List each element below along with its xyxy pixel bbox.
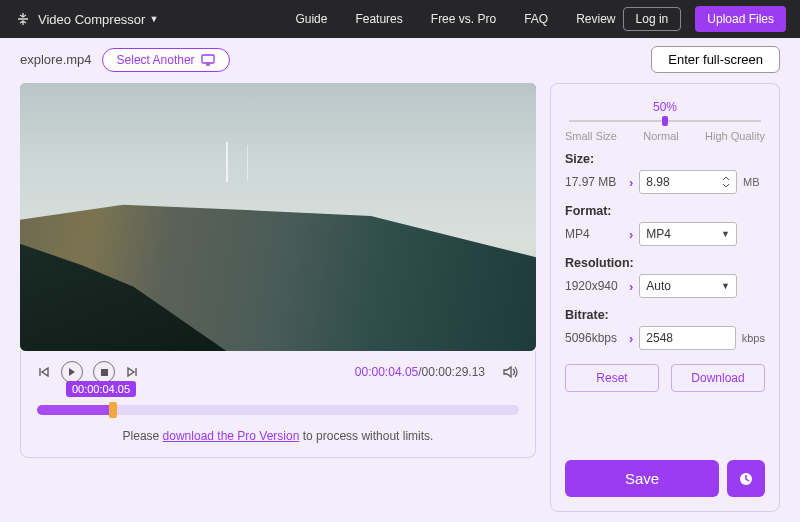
resolution-select[interactable]: Auto ▼ bbox=[639, 274, 737, 298]
login-button[interactable]: Log in bbox=[623, 7, 682, 31]
select-another-label: Select Another bbox=[117, 53, 195, 67]
caret-down-icon: ▼ bbox=[721, 281, 730, 291]
compress-icon bbox=[14, 10, 32, 28]
bitrate-input[interactable]: 2548 bbox=[639, 326, 735, 350]
format-target-value: MP4 bbox=[646, 227, 671, 241]
label-high: High Quality bbox=[705, 130, 765, 142]
arrow-right-icon: › bbox=[629, 331, 633, 346]
size-row: Size: 17.97 MB › 8.98 MB bbox=[565, 152, 765, 194]
settings-panel: 50% Small Size Normal High Quality Size:… bbox=[550, 83, 780, 512]
fullscreen-button[interactable]: Enter full-screen bbox=[651, 46, 780, 73]
quality-slider-labels: Small Size Normal High Quality bbox=[565, 130, 765, 142]
nav-links: Guide Features Free vs. Pro FAQ Review bbox=[165, 12, 615, 26]
nav-free-vs-pro[interactable]: Free vs. Pro bbox=[431, 12, 496, 26]
bitrate-label: Bitrate: bbox=[565, 308, 765, 322]
video-preview[interactable] bbox=[20, 83, 536, 351]
action-row: Reset Download bbox=[565, 364, 765, 392]
resolution-label: Resolution: bbox=[565, 256, 765, 270]
quality-slider-wrap: 50% Small Size Normal High Quality bbox=[565, 100, 765, 142]
body: 00:00:04.05/00:00:29.13 00:00:04.05 Plea… bbox=[0, 79, 800, 522]
seek-fill bbox=[37, 405, 114, 415]
nav-review[interactable]: Review bbox=[576, 12, 615, 26]
stepper-icon bbox=[722, 175, 730, 189]
arrow-right-icon: › bbox=[629, 175, 633, 190]
size-target-input[interactable]: 8.98 bbox=[639, 170, 737, 194]
player-controls: 00:00:04.05/00:00:29.13 00:00:04.05 Plea… bbox=[20, 351, 536, 458]
caret-down-icon: ▼ bbox=[149, 14, 158, 24]
brand-title[interactable]: Video Compressor ▼ bbox=[38, 12, 158, 27]
schedule-button[interactable] bbox=[727, 460, 765, 497]
format-select[interactable]: MP4 ▼ bbox=[639, 222, 737, 246]
brand-label: Video Compressor bbox=[38, 12, 145, 27]
size-label: Size: bbox=[565, 152, 765, 166]
skip-forward-button[interactable] bbox=[125, 365, 139, 379]
upload-files-button[interactable]: Upload Files bbox=[695, 6, 786, 32]
nav-features[interactable]: Features bbox=[355, 12, 402, 26]
svg-rect-0 bbox=[202, 55, 214, 63]
left-panel: 00:00:04.05/00:00:29.13 00:00:04.05 Plea… bbox=[20, 83, 536, 512]
reset-button[interactable]: Reset bbox=[565, 364, 659, 392]
play-button[interactable] bbox=[61, 361, 83, 383]
filename-label: explore.mp4 bbox=[20, 52, 92, 67]
label-normal: Normal bbox=[643, 130, 678, 142]
save-row: Save bbox=[565, 460, 765, 497]
nav-guide[interactable]: Guide bbox=[295, 12, 327, 26]
quality-slider-value: 50% bbox=[565, 100, 765, 114]
select-another-button[interactable]: Select Another bbox=[102, 48, 230, 72]
label-small: Small Size bbox=[565, 130, 617, 142]
seek-thumb[interactable] bbox=[109, 402, 117, 418]
nav-faq[interactable]: FAQ bbox=[524, 12, 548, 26]
resolution-target-value: Auto bbox=[646, 279, 671, 293]
arrow-right-icon: › bbox=[629, 227, 633, 242]
resolution-row: Resolution: 1920x940 › Auto ▼ bbox=[565, 256, 765, 298]
quality-slider-thumb[interactable] bbox=[662, 116, 668, 126]
resolution-current: 1920x940 bbox=[565, 279, 623, 293]
caret-down-icon: ▼ bbox=[721, 229, 730, 239]
skip-back-button[interactable] bbox=[37, 365, 51, 379]
format-row: Format: MP4 › MP4 ▼ bbox=[565, 204, 765, 246]
monitor-icon bbox=[201, 54, 215, 66]
stop-button[interactable] bbox=[93, 361, 115, 383]
video-waterfall2 bbox=[247, 145, 248, 180]
current-time: 00:00:04.05 bbox=[355, 365, 418, 379]
format-label: Format: bbox=[565, 204, 765, 218]
pro-version-link[interactable]: download the Pro Version bbox=[163, 429, 300, 443]
top-bar: Video Compressor ▼ Guide Features Free v… bbox=[0, 0, 800, 38]
limit-notice: Please download the Pro Version to proce… bbox=[37, 429, 519, 443]
playback-row: 00:00:04.05/00:00:29.13 bbox=[37, 361, 519, 383]
format-current: MP4 bbox=[565, 227, 623, 241]
size-unit: MB bbox=[743, 176, 765, 188]
size-current: 17.97 MB bbox=[565, 175, 623, 189]
video-waterfall bbox=[226, 142, 228, 182]
bitrate-target-value: 2548 bbox=[646, 331, 673, 345]
bitrate-current: 5096kbps bbox=[565, 331, 623, 345]
clock-icon bbox=[738, 471, 754, 487]
limit-prefix: Please bbox=[123, 429, 163, 443]
seek-bar[interactable]: 00:00:04.05 bbox=[37, 401, 519, 415]
download-button[interactable]: Download bbox=[671, 364, 765, 392]
arrow-right-icon: › bbox=[629, 279, 633, 294]
limit-suffix: to process without limits. bbox=[299, 429, 433, 443]
volume-icon[interactable] bbox=[503, 365, 519, 379]
app-root: Video Compressor ▼ Guide Features Free v… bbox=[0, 0, 800, 522]
svg-rect-1 bbox=[101, 369, 108, 376]
total-time: 00:00:29.13 bbox=[422, 365, 485, 379]
bitrate-unit: kbps bbox=[742, 332, 765, 344]
seek-tooltip: 00:00:04.05 bbox=[66, 381, 136, 397]
size-target-value: 8.98 bbox=[646, 175, 669, 189]
bitrate-row: Bitrate: 5096kbps › 2548 kbps bbox=[565, 308, 765, 350]
subheader: explore.mp4 Select Another Enter full-sc… bbox=[0, 38, 800, 79]
save-button[interactable]: Save bbox=[565, 460, 719, 497]
timecode: 00:00:04.05/00:00:29.13 bbox=[355, 365, 485, 379]
quality-slider[interactable] bbox=[569, 116, 761, 126]
